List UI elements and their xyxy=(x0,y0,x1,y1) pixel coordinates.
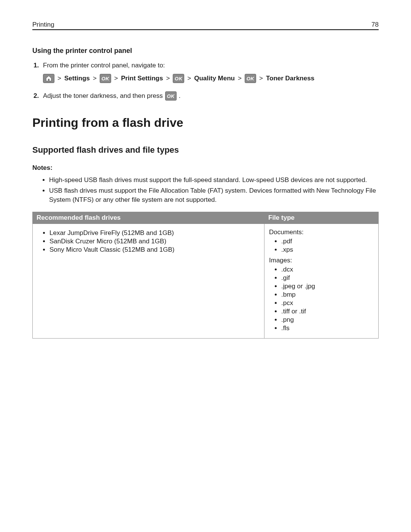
table-header-filetype: File type xyxy=(264,212,379,224)
notes-label: Notes: xyxy=(32,164,379,172)
nav-path: > Settings > OK > Print Settings > OK > … xyxy=(43,74,379,83)
step-2: Adjust the toner darkness, and then pres… xyxy=(41,91,379,101)
nav-toner-darkness: Toner Darkness xyxy=(266,75,314,82)
steps-list: From the printer control panel, navigate… xyxy=(32,62,379,101)
images-label: Images: xyxy=(269,257,374,264)
section-heading-control-panel: Using the printer control panel xyxy=(32,47,379,55)
subsection-heading-supported: Supported flash drives and file types xyxy=(32,145,379,155)
drive-item: SanDisk Cruzer Micro (512MB and 1GB) xyxy=(49,238,260,245)
table-row: Lexar JumpDrive FireFly (512MB and 1GB) … xyxy=(33,224,379,339)
header-page-number: 78 xyxy=(371,21,379,29)
step-2-text-after: . xyxy=(179,92,181,100)
nav-separator: > xyxy=(57,75,62,82)
notes-list: High‑speed USB flash drives must support… xyxy=(32,176,379,204)
filetype-item: .bmp xyxy=(281,291,374,299)
section-heading-flash-drive: Printing from a flash drive xyxy=(32,116,379,130)
table-cell-filetypes: Documents: .pdf .xps Images: .dcx .gif .… xyxy=(264,224,379,339)
table-header-drives: Recommended flash drives xyxy=(33,212,264,224)
drive-item: Sony Micro Vault Classic (512MB and 1GB) xyxy=(49,246,260,254)
home-icon xyxy=(43,74,54,83)
filetype-item: .gif xyxy=(281,274,374,282)
nav-separator: > xyxy=(113,75,119,82)
filetype-item: .tiff or .tif xyxy=(281,308,374,315)
nav-separator: > xyxy=(165,75,170,82)
nav-print-settings: Print Settings xyxy=(121,75,163,82)
step-1-text: From the printer control panel, navigate… xyxy=(43,62,379,69)
ok-button-icon: OK xyxy=(100,74,111,83)
nav-settings: Settings xyxy=(64,75,90,82)
filetype-item: .pdf xyxy=(281,238,374,245)
filetype-item: .png xyxy=(281,316,374,324)
page-header: Printing 78 xyxy=(32,21,379,30)
note-item: High‑speed USB flash drives must support… xyxy=(49,176,379,185)
step-2-text-before: Adjust the toner darkness, and then pres… xyxy=(43,92,163,100)
ok-button-icon: OK xyxy=(165,91,177,101)
nav-separator: > xyxy=(186,75,192,82)
step-2-row: Adjust the toner darkness, and then pres… xyxy=(43,91,379,101)
step-1: From the printer control panel, navigate… xyxy=(41,62,379,83)
filetype-item: .xps xyxy=(281,246,374,254)
nav-separator: > xyxy=(237,75,242,82)
nav-separator: > xyxy=(92,75,97,82)
filetype-item: .dcx xyxy=(281,266,374,273)
ok-button-icon: OK xyxy=(173,74,184,83)
documents-label: Documents: xyxy=(269,228,374,236)
document-page: Printing 78 Using the printer control pa… xyxy=(0,0,411,532)
drive-item: Lexar JumpDrive FireFly (512MB and 1GB) xyxy=(49,229,260,237)
filetype-item: .pcx xyxy=(281,299,374,307)
nav-separator: > xyxy=(258,75,264,82)
filetype-item: .jpeg or .jpg xyxy=(281,283,374,290)
header-section-title: Printing xyxy=(32,21,54,29)
nav-quality-menu: Quality Menu xyxy=(194,75,235,82)
flash-drive-table: Recommended flash drives File type Lexar… xyxy=(32,212,379,339)
filetype-item: .fls xyxy=(281,324,374,332)
note-item: USB flash drives must support the File A… xyxy=(49,186,379,204)
table-cell-drives: Lexar JumpDrive FireFly (512MB and 1GB) … xyxy=(33,224,264,339)
ok-button-icon: OK xyxy=(245,74,256,83)
